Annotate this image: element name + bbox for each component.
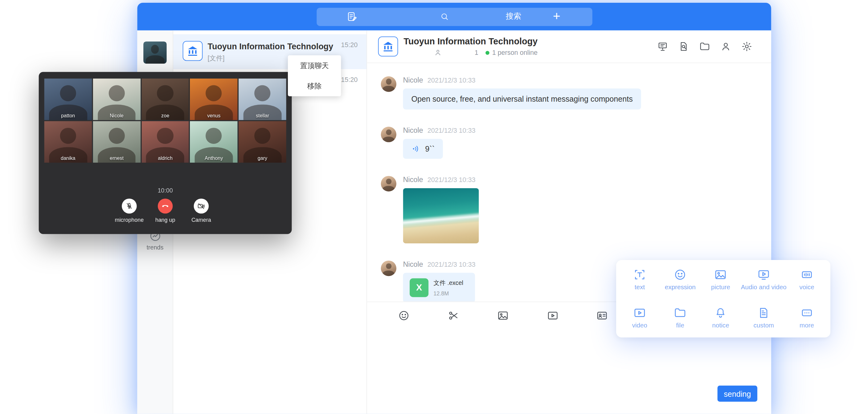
message-meta: Nicole 2021/12/3 10:33 [403,176,479,184]
image-icon[interactable] [497,310,509,322]
quick-action-text[interactable]: text [620,268,660,299]
expression-icon [674,268,686,281]
contacts-icon[interactable] [720,41,732,52]
video-tile: stellar [239,78,286,120]
plus-icon: + [553,9,560,23]
message-input-area[interactable]: sending [367,331,771,414]
sender-avatar[interactable] [381,261,396,276]
camera-off-icon [197,202,205,211]
pin-chat-menu-item[interactable]: 置顶聊天 [288,56,341,76]
message-time: 2021/12/3 10:33 [428,176,475,184]
text-icon [633,268,646,281]
text-message-bubble[interactable]: Open source, free, and universal instant… [403,88,641,110]
file-message-bubble[interactable]: X 文件 .excel 12.8M [403,273,475,301]
camera-label: Camera [185,217,217,223]
add-button[interactable]: + [521,7,592,26]
participant-name: danika [44,156,92,161]
search-history-icon[interactable] [678,41,689,52]
search-input[interactable]: 搜索 [387,7,521,26]
video-tile: zoe [142,78,189,120]
announcement-icon[interactable] [657,41,668,52]
settings-icon[interactable] [741,41,752,52]
sender-avatar[interactable] [381,176,396,191]
mic-off-icon [125,202,133,211]
message-meta: Nicole 2021/12/3 10:33 [403,76,641,84]
user-avatar[interactable] [143,41,166,64]
quick-action-label: notice [700,322,741,328]
quick-action-file[interactable]: file [660,306,700,337]
camera-button[interactable]: Camera [185,199,217,223]
video-tile: gary [239,121,286,163]
message-time: 2021/12/3 10:33 [428,76,475,84]
message-sender: Nicole [403,176,423,184]
more-icon [801,306,813,319]
message: Nicole 2021/12/3 10:33 9`` [381,126,757,159]
quick-action-voice[interactable]: voice [786,268,827,299]
member-count: 1 [475,49,478,56]
building-icon [381,40,395,53]
quick-action-more[interactable]: more [786,306,827,337]
video-icon [633,306,646,319]
topbar-pill: 搜索 + [316,7,592,26]
quick-action-expression[interactable]: expression [660,268,700,299]
conversation-time: 15:20 [341,41,358,49]
file-icon [674,306,686,319]
note-edit-icon [346,11,357,22]
microphone-button[interactable]: microphone [113,199,145,223]
quick-action-label: picture [700,284,741,290]
chat-meta: 1 1 person online [403,49,537,56]
building-icon [186,44,199,58]
message: Nicole 2021/12/3 10:33 Open source, free… [381,76,757,110]
online-status: 1 person online [492,49,537,56]
quick-action-picture[interactable]: picture [700,268,741,299]
hangup-button[interactable]: hang up [149,199,181,223]
file-texts: 文件 .excel 12.8M [433,279,463,297]
call-controls: microphone hang up Camera [39,199,292,223]
remove-menu-item[interactable]: 移除 [288,76,341,96]
search-label: 搜索 [506,12,521,22]
participant-name: patton [44,113,92,118]
video-tile: danika [44,121,92,163]
card-icon[interactable] [596,310,608,322]
participant-name: aldrich [142,156,189,161]
participant-name: stellar [239,113,286,118]
chat-title: Tuoyun Information Technology [403,37,537,46]
notice-icon [714,306,727,319]
video-tile: patton [44,78,92,120]
message-body: Nicole 2021/12/3 10:33 Open source, free… [403,76,641,110]
image-message[interactable] [403,188,479,244]
quick-action-audio-video[interactable]: Audio and video [741,268,786,299]
voice-message-bubble[interactable]: 9`` [403,139,443,159]
message-sender: Nicole [403,260,423,268]
new-chat-button[interactable] [316,7,387,26]
conversation-time: 15:20 [341,76,358,84]
chat-header: Tuoyun Information Technology 1 1 person… [367,31,771,63]
video-tile: Anthony [190,121,238,163]
quick-action-label: text [620,284,660,290]
trends-label: trends [137,244,173,251]
conversation-title: Tuoyun Information Technology [208,41,334,51]
scissors-icon[interactable] [448,310,460,322]
emoji-icon[interactable] [398,310,410,322]
message: Nicole 2021/12/3 10:33 [381,176,757,244]
quick-action-notice[interactable]: notice [700,306,741,337]
quick-action-custom[interactable]: custom [741,306,786,337]
quick-action-label: voice [786,284,827,290]
video-tile: Nicole [93,78,140,120]
voice-duration: 9`` [425,145,435,153]
message-time: 2021/12/3 10:33 [428,261,475,268]
sender-avatar[interactable] [381,127,396,142]
participant-name: zoe [142,113,189,118]
video-icon[interactable] [547,310,559,322]
sender-avatar[interactable] [381,76,396,92]
quick-action-video[interactable]: video [620,306,660,337]
chat-header-actions [657,41,752,52]
video-tile: ernest [93,121,140,163]
members-icon [434,49,441,56]
chat-head-texts: Tuoyun Information Technology 1 1 person… [403,37,537,57]
hang-up-icon [161,202,169,211]
conversation-context-menu: 置顶聊天 移除 [288,56,341,96]
folder-icon[interactable] [699,41,710,52]
send-button[interactable]: sending [718,386,757,402]
quick-action-label: custom [741,322,786,328]
